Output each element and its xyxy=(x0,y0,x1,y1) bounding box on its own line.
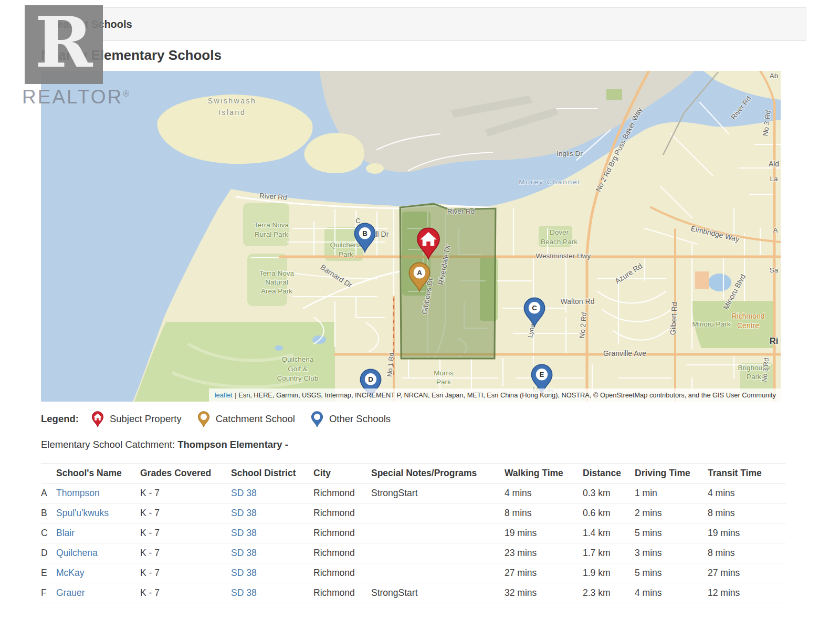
label-morris-1: Morris xyxy=(434,369,454,377)
transit-cell: 12 mins xyxy=(708,583,786,603)
col-driving: Driving Time xyxy=(635,464,708,484)
distance-cell: 0.3 km xyxy=(583,484,635,503)
label-westminster-hwy: Westminster Hwy xyxy=(536,252,591,260)
label-morey-channel: Morey Channel xyxy=(519,178,581,186)
label-frag-c: C xyxy=(355,217,361,225)
driving-cell: 5 mins xyxy=(635,563,708,583)
walking-cell: 8 mins xyxy=(505,503,583,523)
label-frag-sa: Sa xyxy=(770,266,779,274)
catchment-school-name: Thompson Elementary - xyxy=(177,439,288,450)
label-golf-3: Country Club xyxy=(277,374,319,382)
catchment-school-pin-icon xyxy=(197,411,210,427)
table-row: E McKay K - 7 SD 38 Richmond 27 mins 1.9… xyxy=(41,563,786,583)
label-tn-rural-1: Terra Nova xyxy=(254,221,289,229)
catchment-prefix: Elementary School Catchment: xyxy=(41,439,177,450)
svg-text:D: D xyxy=(368,375,373,383)
legend-label-other: Other Schools xyxy=(329,413,391,425)
label-gilbert-rd: Gilbert Rd xyxy=(668,302,678,335)
col-grades: Grades Covered xyxy=(140,464,231,484)
grades-cell: K - 7 xyxy=(140,503,231,523)
legend-label-subject: Subject Property xyxy=(110,413,182,425)
district-link[interactable]: SD 38 xyxy=(231,528,257,538)
sea-island-green xyxy=(606,89,622,100)
driving-cell: 1 min xyxy=(635,484,708,503)
walking-cell: 32 mins xyxy=(505,583,583,603)
label-dover-1: Dover xyxy=(550,228,569,236)
transit-cell: 8 mins xyxy=(708,543,786,563)
col-walking: Walking Time xyxy=(505,464,583,484)
driving-cell: 4 mins xyxy=(635,583,708,603)
grades-cell: K - 7 xyxy=(140,543,231,563)
driving-cell: 2 mins xyxy=(635,503,708,523)
notes-cell xyxy=(371,543,505,563)
district-link[interactable]: SD 38 xyxy=(231,508,257,518)
table-row: B Spul'u'kwuks K - 7 SD 38 Richmond 8 mi… xyxy=(41,503,786,523)
distance-cell: 0.6 km xyxy=(583,503,635,523)
legend-item-catchment: Catchment School xyxy=(197,411,295,427)
school-link[interactable]: Spul'u'kwuks xyxy=(56,508,109,518)
label-golf-2: Golf & xyxy=(288,365,308,373)
school-link[interactable]: Blair xyxy=(56,528,75,538)
row-letter: D xyxy=(41,543,56,563)
golf-pond-2 xyxy=(275,345,283,351)
notes-cell: StrongStart xyxy=(371,484,505,503)
label-frag-a: A xyxy=(773,226,778,234)
legend-item-other: Other Schools xyxy=(311,411,391,427)
other-schools-pin-icon xyxy=(311,411,323,427)
realtor-logo: R xyxy=(25,5,103,84)
grades-cell: K - 7 xyxy=(140,563,231,583)
district-link[interactable]: SD 38 xyxy=(231,548,257,558)
city-cell: Richmond xyxy=(313,523,371,543)
grades-cell: K - 7 xyxy=(140,523,231,543)
svg-text:B: B xyxy=(362,229,368,237)
realtor-wordmark: REALTOR® xyxy=(22,86,131,108)
district-link[interactable]: SD 38 xyxy=(231,587,257,598)
row-letter: C xyxy=(41,523,56,543)
transit-cell: 27 mins xyxy=(708,563,786,583)
transit-cell: 19 mins xyxy=(708,523,786,543)
school-link[interactable]: Quilchena xyxy=(56,548,98,558)
registered-mark: ® xyxy=(123,89,131,98)
label-swishwash: Swishwash xyxy=(208,97,257,105)
district-link[interactable]: SD 38 xyxy=(231,568,257,578)
label-quilchena-park-1: Quilchena xyxy=(330,241,362,249)
schools-table: School's Name Grades Covered School Dist… xyxy=(41,463,786,603)
district-link[interactable]: SD 38 xyxy=(231,488,257,498)
city-cell: Richmond xyxy=(313,543,371,563)
panel-header: Nearest Schools xyxy=(33,7,806,41)
col-transit: Transit Time xyxy=(708,464,786,484)
label-morris-2: Park xyxy=(436,378,451,386)
school-link[interactable]: Thompson xyxy=(56,488,100,498)
map-attribution: leaflet|Esri, HERE, Garmin, USGS, Interm… xyxy=(209,388,781,402)
label-walton-rd: Walton Rd xyxy=(561,297,595,306)
attribution-credits: Esri, HERE, Garmin, USGS, Intermap, INCR… xyxy=(238,391,776,399)
city-cell: Richmond xyxy=(313,484,371,503)
grades-cell: K - 7 xyxy=(140,484,231,503)
notes-cell: StrongStart xyxy=(371,583,505,603)
map-canvas: Swishwash Island Morey Channel Inglis Dr… xyxy=(41,71,781,402)
driving-cell: 5 mins xyxy=(635,523,708,543)
table-row: D Quilchena K - 7 SD 38 Richmond 23 mins… xyxy=(41,543,786,563)
city-cell: Richmond xyxy=(313,563,371,583)
distance-cell: 1.9 km xyxy=(583,563,635,583)
minoru-pond xyxy=(708,274,731,291)
leaflet-link[interactable]: leaflet xyxy=(215,391,233,399)
distance-cell: 2.3 km xyxy=(583,583,635,603)
svg-text:C: C xyxy=(532,304,537,312)
label-tn-nat-1: Terra Nova xyxy=(259,269,295,277)
col-letter xyxy=(41,464,56,484)
label-golf-1: Quilchena xyxy=(282,355,314,363)
table-row: C Blair K - 7 SD 38 Richmond 19 mins 1.4… xyxy=(41,523,786,543)
school-link[interactable]: McKay xyxy=(56,568,84,578)
label-frag-ab: Ab xyxy=(770,72,779,80)
label-minoru-park: Minoru Park xyxy=(692,320,731,328)
label-river-rd-c: River Rd xyxy=(447,207,475,215)
city-cell: Richmond xyxy=(313,583,371,603)
school-link[interactable]: Grauer xyxy=(56,587,85,598)
map-island-3 xyxy=(366,163,384,174)
row-letter: B xyxy=(41,503,56,523)
schools-map[interactable]: Swishwash Island Morey Channel Inglis Dr… xyxy=(41,71,781,402)
notes-cell xyxy=(371,503,505,523)
grades-cell: K - 7 xyxy=(140,583,231,603)
col-notes: Special Notes/Programs xyxy=(371,464,505,484)
